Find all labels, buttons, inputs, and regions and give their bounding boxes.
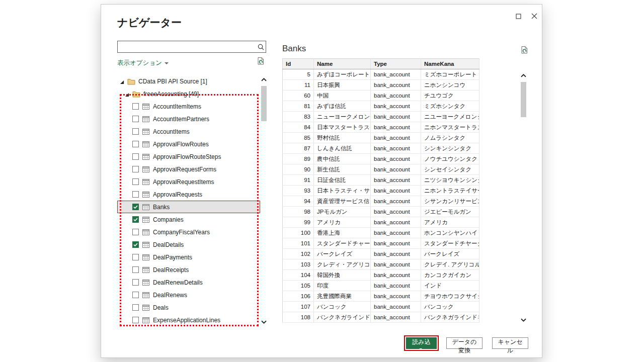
checkbox-unchecked[interactable] <box>132 292 139 298</box>
cell: 農中信託 <box>314 154 371 164</box>
scroll-up-icon[interactable] <box>260 75 268 84</box>
tree-item-AccountItems[interactable]: AccountItems <box>117 125 260 138</box>
tree-item-ApprovalFlowRouteSteps[interactable]: ApprovalFlowRouteSteps <box>117 150 260 163</box>
refresh-preview-icon[interactable] <box>520 46 530 56</box>
expand-triangle-icon[interactable] <box>125 91 131 97</box>
cell: bank_account <box>371 238 421 249</box>
checkbox-unchecked[interactable] <box>132 254 139 260</box>
tree-item-Companies[interactable]: Companies <box>117 213 260 226</box>
tree-item-DealRenews[interactable]: DealRenews <box>117 289 260 301</box>
tree-node-folder[interactable]: freeeAccounting [49] <box>117 87 260 100</box>
scrollbar-thumb[interactable] <box>521 82 526 117</box>
scrollbar-thumb[interactable] <box>261 86 267 121</box>
table-row: 84日本マスタートラスト信bank_accountニホンマスタートラストシ <box>283 122 479 133</box>
cell: 85 <box>283 133 314 143</box>
tree-item-DealReceipts[interactable]: DealReceipts <box>117 263 260 276</box>
checkbox-checked[interactable] <box>132 216 139 223</box>
cell: 89 <box>283 154 314 164</box>
cell: 87 <box>283 143 314 154</box>
checkbox-unchecked[interactable] <box>132 279 139 286</box>
dialog-title: ナビゲーター <box>117 16 182 30</box>
cell: ホンコンシヤンハイ <box>421 228 479 238</box>
table-row: 91日証金信託bank_accountニツシヨウキンシンタク <box>283 175 479 186</box>
chevron-down-icon <box>165 62 169 66</box>
checkbox-unchecked[interactable] <box>132 266 139 273</box>
cell: bank_account <box>371 249 421 259</box>
tree-item-DealDetails[interactable]: DealDetails <box>117 238 260 251</box>
table-icon <box>142 228 150 236</box>
cell: bank_account <box>371 90 421 101</box>
cell: 香港上海 <box>314 228 371 238</box>
table-row: 100香港上海bank_accountホンコンシヤンハイ <box>283 228 479 238</box>
checkbox-unchecked[interactable] <box>132 317 139 323</box>
cell: ニホンシンコウ <box>421 80 479 90</box>
table-row: 11日本振興bank_accountニホンシンコウ <box>283 80 479 90</box>
tree-item-ApprovalRequestItems[interactable]: ApprovalRequestItems <box>117 175 260 188</box>
checkbox-unchecked[interactable] <box>132 304 139 311</box>
tree-item-label: ApprovalFlowRoutes <box>153 141 209 148</box>
checkbox-unchecked[interactable] <box>132 153 139 160</box>
checkbox-unchecked[interactable] <box>132 103 139 110</box>
search-icon[interactable] <box>256 42 266 52</box>
preview-scrollbar[interactable] <box>520 71 527 324</box>
cell: 108 <box>283 312 314 323</box>
transform-data-button[interactable]: データの変換 <box>446 337 482 349</box>
tree-item-Banks[interactable]: Banks <box>117 201 260 213</box>
refresh-icon[interactable] <box>256 57 266 67</box>
expand-triangle-icon[interactable] <box>120 78 126 84</box>
cell: 中国 <box>314 90 371 101</box>
scroll-up-icon[interactable] <box>520 71 527 80</box>
search-input[interactable] <box>118 41 256 52</box>
cell: 日本振興 <box>314 80 371 90</box>
table-icon <box>142 178 150 186</box>
checkbox-unchecked[interactable] <box>132 128 139 135</box>
checkbox-unchecked[interactable] <box>132 178 139 185</box>
cell: 兆豊國際商業 <box>314 291 371 302</box>
table-icon <box>142 266 150 274</box>
cell: bank_account <box>371 186 421 196</box>
load-button[interactable]: 読み込み <box>406 337 437 349</box>
cell: bank_account <box>371 312 421 323</box>
tree-item-DealPayments[interactable]: DealPayments <box>117 251 260 263</box>
tree-item-ApprovalRequestForms[interactable]: ApprovalRequestForms <box>117 163 260 175</box>
tree-item-ApprovalRequests[interactable]: ApprovalRequests <box>117 188 260 201</box>
tree-item-ApprovalFlowRoutes[interactable]: ApprovalFlowRoutes <box>117 138 260 150</box>
tree-scrollbar[interactable] <box>260 75 268 326</box>
checkbox-unchecked[interactable] <box>132 191 139 198</box>
table-row: 98JPモルガンbank_accountジエピーモルガン <box>283 207 479 217</box>
checkbox-unchecked[interactable] <box>132 116 139 122</box>
checkbox-unchecked[interactable] <box>132 229 139 235</box>
maximize-icon[interactable] <box>513 11 524 22</box>
preview-table: IdNameTypeNameKana 5みずほコーポレートbank_accoun… <box>282 58 479 323</box>
tree-item-DealRenewDetails[interactable]: DealRenewDetails <box>117 276 260 289</box>
tree-item-AccountItemPartners[interactable]: AccountItemPartners <box>117 113 260 125</box>
scroll-down-icon[interactable] <box>260 317 268 326</box>
tree-item-AccountItemItems[interactable]: AccountItemItems <box>117 100 260 113</box>
checkbox-unchecked[interactable] <box>132 141 139 147</box>
table-row: 104韓国外換bank_accountカンコクガイカン <box>283 270 479 281</box>
tree-item-Deals[interactable]: Deals <box>117 301 260 314</box>
tree-node-source[interactable]: CData PBI API Source [1] <box>117 75 260 87</box>
checkbox-checked[interactable] <box>132 204 139 210</box>
search-box <box>117 41 266 53</box>
cell: 105 <box>283 281 314 291</box>
display-options-dropdown[interactable]: 表示オプション <box>117 59 169 67</box>
cell: bank_account <box>371 154 421 164</box>
cancel-button[interactable]: キャンセル <box>492 337 528 349</box>
cell: クレディ・アグリコル <box>314 259 371 270</box>
tree-item-CompanyFiscalYears[interactable]: CompanyFiscalYears <box>117 226 260 238</box>
checkbox-checked[interactable] <box>132 241 139 248</box>
table-icon <box>142 128 150 136</box>
scroll-down-icon[interactable] <box>520 315 527 324</box>
checkbox-unchecked[interactable] <box>132 166 139 172</box>
cell: 94 <box>283 196 314 207</box>
cell: ノウチユウシンタク <box>421 154 479 164</box>
cell: スタンダードチヤータード <box>421 238 479 249</box>
cell: バンクネガラインドネ <box>314 312 371 323</box>
cell: ミズホシンタク <box>421 101 479 112</box>
tree-item-ExpenseApplicationLines[interactable]: ExpenseApplicationLines <box>117 314 260 326</box>
cell: シンセイシンタク <box>421 164 479 175</box>
cell: 104 <box>283 270 314 281</box>
tree-item-label: DealPayments <box>153 254 192 261</box>
close-icon[interactable] <box>529 11 540 22</box>
